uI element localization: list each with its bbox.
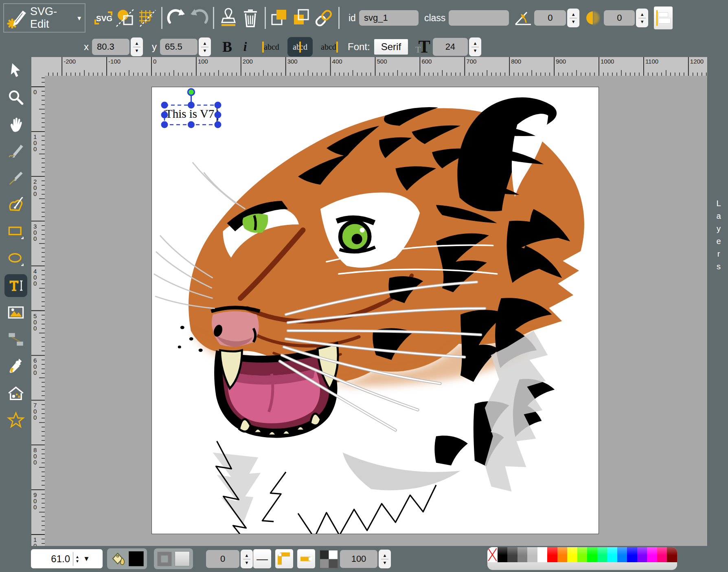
y-spinner[interactable]: ▲▼ [199,37,211,56]
clone-button[interactable] [217,6,239,30]
class-field[interactable] [449,10,509,26]
main-menu-button[interactable]: SVG-Edit ▼ [3,3,86,33]
angle-input[interactable] [538,12,562,24]
zoom-spinner[interactable]: ▲▼ [75,554,79,563]
pan-tool[interactable] [4,113,27,136]
color-palette [487,547,677,570]
palette-swatch[interactable] [647,547,657,562]
font-size-spinner[interactable]: ▲▼ [469,37,481,56]
palette-swatch-none[interactable] [487,547,498,562]
menu-caret-icon: ▼ [76,15,82,22]
blur-input[interactable] [608,12,631,24]
palette-swatch[interactable] [567,547,577,562]
palette-swatch[interactable] [607,547,617,562]
y-field[interactable] [160,39,197,55]
image-tool[interactable] [4,301,27,324]
align-position-button[interactable] [654,7,673,29]
palette-swatch[interactable] [657,547,667,562]
palette-swatch[interactable] [577,547,588,562]
workspace[interactable]: This is V7 [45,76,708,546]
text-anchor-start-button[interactable]: abcd [258,37,283,57]
x-field[interactable] [92,39,129,55]
make-link-button[interactable] [313,6,335,30]
palette-swatch[interactable] [597,547,607,562]
blur-spinner[interactable]: ▲▼ [636,9,648,27]
opacity-input[interactable] [344,553,373,565]
x-spinner[interactable]: ▲▼ [131,37,143,56]
italic-button[interactable]: i [236,37,254,57]
source-editor-button[interactable]: SVG [92,6,114,30]
y-input[interactable] [164,41,193,53]
move-to-bottom-button[interactable] [291,6,313,30]
text-anchor-end-button[interactable]: abcd [317,37,342,57]
canvas-text-element[interactable]: This is V7 [165,107,214,121]
text-tool[interactable] [4,274,27,297]
zoom-input[interactable] [34,553,71,565]
redo-button[interactable] [188,6,210,30]
opacity-field[interactable] [340,550,377,568]
linejoin-button[interactable] [275,549,293,568]
undo-button[interactable] [166,6,188,30]
id-input[interactable] [363,12,414,24]
svg-text:0: 0 [33,414,37,421]
bold-button[interactable]: B [218,37,236,57]
palette-swatch[interactable] [627,547,637,562]
zoom-dropdown-caret-icon[interactable]: ▼ [83,555,90,563]
ellipse-tool[interactable] [4,247,27,270]
palette-swatch[interactable] [547,547,557,562]
opacity-spinner[interactable]: ▲▼ [379,550,391,568]
snap-grid-button[interactable] [136,6,158,30]
stroke-width-input[interactable] [210,553,235,565]
zoom-tool[interactable] [4,86,27,109]
eyedropper-tool[interactable] [4,355,27,378]
id-field[interactable] [359,10,419,26]
x-input[interactable] [96,41,125,53]
shape-library-tool[interactable] [4,382,27,405]
horizontal-ruler: -200-10001002003004005006007008009001000… [45,57,708,77]
palette-swatch[interactable] [517,547,528,562]
connector-tool[interactable] [4,328,27,351]
move-to-top-button[interactable] [269,6,291,30]
palette-swatch[interactable] [507,547,517,562]
path-tool[interactable] [4,194,27,216]
pencil-tool[interactable] [4,140,27,163]
font-family-button[interactable]: Serif [374,39,408,55]
blur-field[interactable] [604,10,635,26]
palette-swatch[interactable] [527,547,537,562]
palette-swatch[interactable] [587,547,597,562]
wireframe-button[interactable] [114,6,136,30]
canvas-artwork-tiger[interactable] [152,87,599,534]
svg-text:1100: 1100 [645,58,658,65]
select-tool[interactable] [4,59,27,82]
palette-swatch[interactable] [637,547,647,562]
font-size-field[interactable] [433,38,468,56]
rotation-handle[interactable] [188,89,195,95]
palette-swatch[interactable] [617,547,627,562]
stroke-width-spinner[interactable]: ▲▼ [241,550,253,568]
stroke-color-swatch[interactable] [175,551,190,566]
layers-panel-label[interactable]: Layers [714,199,723,275]
fill-color-swatch[interactable] [129,551,144,566]
rectangle-tool[interactable] [4,220,27,243]
zoom-control[interactable]: ▲▼ ▼ [31,549,103,568]
text-anchor-middle-button[interactable]: ab cd [287,37,313,57]
palette-swatch[interactable] [557,547,568,562]
svg-text:0: 0 [33,459,37,466]
stroke-style-button[interactable]: — [253,549,271,568]
palette-swatch[interactable] [498,547,508,562]
palette-swatch[interactable] [667,547,677,562]
stroke-width-field[interactable] [206,550,239,568]
class-input[interactable] [453,12,505,24]
palette-swatch[interactable] [537,547,548,562]
font-size-input[interactable] [437,41,464,53]
angle-spinner[interactable]: ▲▼ [567,9,579,27]
line-tool[interactable] [4,167,27,189]
left-toolbar [0,57,31,546]
layers-panel-handle[interactable] [707,57,728,546]
linecap-button[interactable] [297,549,315,568]
delete-button[interactable] [239,6,261,30]
star-tool[interactable] [4,409,27,431]
drawing-canvas[interactable]: This is V7 [151,87,599,534]
svg-text:700: 700 [466,58,476,65]
angle-field[interactable] [534,10,566,26]
